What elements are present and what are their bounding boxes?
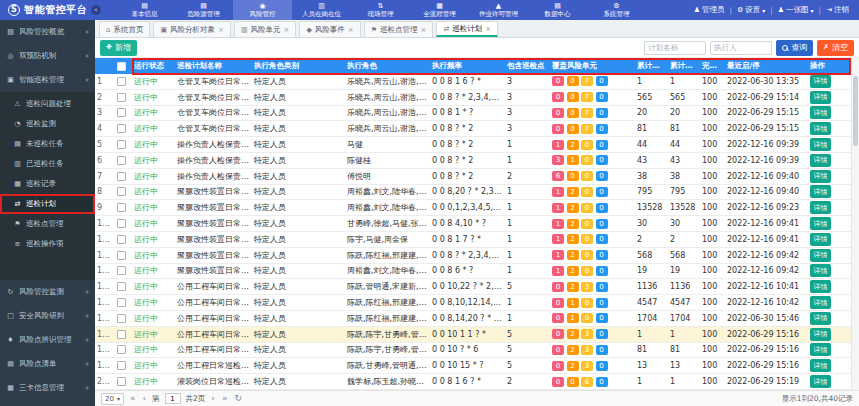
row-checkbox[interactable] [117, 314, 126, 323]
sidebar-item-7[interactable]: ≡巡检操作项 [0, 234, 95, 254]
search-button[interactable]: 查询 [776, 40, 813, 56]
user-menu-item-0[interactable]: ♟管理员 [694, 5, 725, 15]
sidebar-item-4[interactable]: ▦巡检记录 [0, 174, 95, 194]
detail-button[interactable]: 详情 [810, 328, 831, 341]
sidebar-group-4[interactable]: □安全风险研判» [0, 304, 95, 328]
detail-button[interactable]: 详情 [810, 138, 831, 151]
row-checkbox[interactable] [117, 156, 126, 165]
detail-button[interactable]: 详情 [810, 359, 831, 372]
row-checkbox[interactable] [117, 219, 126, 228]
tab-4[interactable]: ⚑巡检点管理× [364, 21, 434, 37]
next-page-button[interactable]: › [210, 394, 216, 403]
sidebar: ▧风险管控概览»◎双预防机制»▣智能巡检管理»⚠巡检问题处理◔巡检监测▤未巡检任… [0, 20, 95, 406]
sidebar-group-0[interactable]: ▧风险管控概览» [0, 20, 95, 44]
sidebar-group-7[interactable]: ▦三卡信息管理» [0, 376, 95, 400]
last-page-button[interactable]: » [221, 394, 229, 403]
topnav-item-1[interactable]: ▤危险源管理 [174, 0, 233, 20]
detail-button[interactable]: 详情 [810, 264, 831, 277]
detail-button[interactable]: 详情 [810, 312, 831, 325]
close-icon[interactable]: × [218, 26, 224, 34]
topnav-item-6[interactable]: ▲作业许可管理 [469, 0, 528, 20]
sidebar-item-1[interactable]: ◔巡检监测 [0, 114, 95, 134]
sidebar-item-0[interactable]: ⚠巡检问题处理 [0, 94, 95, 114]
topnav-item-5[interactable]: ▦全流程管理 [410, 0, 469, 20]
row-checkbox[interactable] [117, 345, 126, 354]
topnav-item-4[interactable]: ⇅现场管理 [351, 0, 410, 20]
sidebar-group-6[interactable]: ▤风险点清单» [0, 352, 95, 376]
row-checkbox[interactable] [117, 93, 126, 102]
sidebar-item-3[interactable]: ▥已巡检任务 [0, 154, 95, 174]
detail-button[interactable]: 详情 [810, 106, 831, 119]
detail-button[interactable]: 详情 [810, 122, 831, 135]
plan-name-input[interactable] [644, 41, 706, 55]
detail-button[interactable]: 详情 [810, 249, 831, 262]
page-size-select[interactable]: 20 ▾ [101, 393, 124, 405]
row-checkbox[interactable] [117, 377, 126, 386]
add-button[interactable]: ✚ 新增 [100, 40, 137, 56]
detail-button[interactable]: 详情 [810, 91, 831, 104]
row-checkbox[interactable] [117, 251, 126, 260]
row-checkbox[interactable] [117, 361, 126, 370]
row-checkbox[interactable] [117, 140, 126, 149]
detail-button[interactable]: 详情 [810, 201, 831, 214]
tab-1[interactable]: ▣风险分析对象× [153, 21, 231, 37]
close-icon[interactable]: × [284, 26, 290, 34]
tab-0[interactable]: ⌂系统首页 [99, 21, 150, 37]
topnav-item-0[interactable]: ▤基本信息 [115, 0, 174, 20]
row-checkbox[interactable] [117, 330, 126, 339]
tab-2[interactable]: ▥风险单元× [234, 21, 297, 37]
user-menu-item-2[interactable]: ♟一张图▾ [778, 5, 814, 15]
detail-button[interactable]: 详情 [810, 280, 831, 293]
close-icon[interactable]: × [421, 26, 427, 34]
detail-button[interactable]: 详情 [810, 170, 831, 183]
topnav-item-3[interactable]: ▥人员在岗在位 [292, 0, 351, 20]
detail-button[interactable]: 详情 [810, 75, 831, 88]
row-checkbox[interactable] [117, 108, 126, 117]
sidebar-group-1[interactable]: ◎双预防机制» [0, 44, 95, 68]
topnav-item-8[interactable]: ⚙系统管理 [587, 0, 646, 20]
scrollbar-thumb[interactable] [853, 76, 858, 146]
tab-5[interactable]: ⇄巡检计划× [436, 21, 498, 37]
sidebar-collapse-icon[interactable]: ‹ [91, 5, 101, 15]
row-checkbox[interactable] [117, 266, 126, 275]
sidebar-group-2[interactable]: ▣智能巡检管理» [0, 68, 95, 92]
prev-page-button[interactable]: ‹ [141, 394, 147, 403]
user-menu-item-3[interactable]: ⇥注销 [826, 5, 849, 15]
detail-button[interactable]: 详情 [810, 185, 831, 198]
row-checkbox[interactable] [117, 203, 126, 212]
sidebar-item-5[interactable]: ⇄巡检计划 [0, 194, 95, 214]
page-number-input[interactable] [165, 393, 181, 404]
clear-button[interactable]: ✗ 清空 [817, 40, 854, 56]
sidebar-group-8[interactable]: ◈风险分析辨识工具» [0, 400, 95, 406]
executor-input[interactable] [710, 41, 772, 55]
sidebar-group-5[interactable]: ♦风险点辨识管理» [0, 328, 95, 352]
vertical-scrollbar[interactable] [851, 58, 859, 390]
detail-button[interactable]: 详情 [810, 217, 831, 230]
detail-button[interactable]: 详情 [810, 296, 831, 309]
topnav-item-7[interactable]: ▤数据中心 [528, 0, 587, 20]
row-checkbox[interactable] [117, 124, 126, 133]
tab-3[interactable]: ◆风险事件× [299, 21, 360, 37]
row-checkbox[interactable] [117, 187, 126, 196]
first-page-button[interactable]: « [129, 394, 137, 403]
detail-button[interactable]: 详情 [810, 233, 831, 246]
topnav-item-2[interactable]: ◉风险管控 [233, 0, 292, 20]
row-checkbox[interactable] [117, 282, 126, 291]
detail-button[interactable]: 详情 [810, 343, 831, 356]
select-all-checkbox[interactable] [117, 62, 126, 71]
close-icon[interactable]: × [485, 25, 491, 33]
detail-button[interactable]: 详情 [810, 375, 831, 388]
top-menu: ▤基本信息▤危险源管理◉风险管控▥人员在岗在位⇅现场管理▦全流程管理▲作业许可管… [115, 0, 646, 20]
row-checkbox[interactable] [117, 235, 126, 244]
row-checkbox[interactable] [117, 298, 126, 307]
sidebar-item-6[interactable]: ⚑巡检点管理 [0, 214, 95, 234]
refresh-icon[interactable]: ↻ [233, 394, 243, 403]
close-icon[interactable]: × [348, 26, 354, 34]
sidebar-item-2[interactable]: ▤未巡检任务 [0, 134, 95, 154]
detail-button[interactable]: 详情 [810, 154, 831, 167]
sidebar-group-3[interactable]: ↻风险管控监测» [0, 280, 95, 304]
row-checkbox[interactable] [117, 172, 126, 181]
risk-unit-badge: 1 [567, 298, 579, 308]
user-menu-item-1[interactable]: ⚙设置▾ [737, 5, 765, 15]
row-checkbox[interactable] [117, 77, 126, 86]
